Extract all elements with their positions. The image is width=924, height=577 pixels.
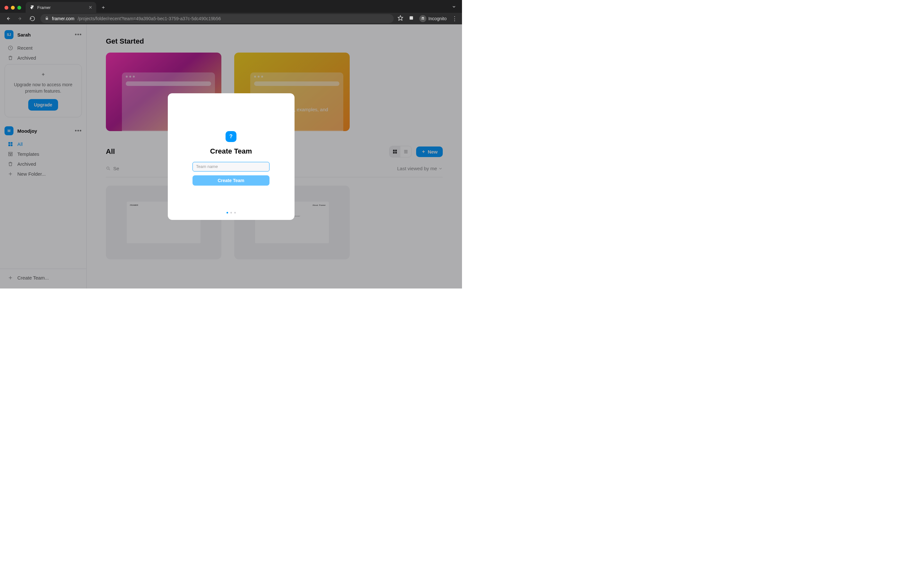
bookmark-button[interactable]	[397, 15, 403, 22]
tab-title: Framer	[37, 5, 51, 10]
url-input[interactable]: framer.com/projects/folder/recent?team=4…	[40, 14, 394, 23]
step-dot	[234, 212, 236, 213]
window-close-button[interactable]	[5, 6, 8, 10]
svg-point-5	[423, 18, 425, 19]
address-bar: framer.com/projects/folder/recent?team=4…	[0, 13, 462, 24]
tab-framer[interactable]: Framer ✕	[26, 2, 96, 13]
lock-icon	[45, 16, 49, 21]
team-name-input[interactable]	[192, 162, 270, 171]
url-path: /projects/folder/recent?team=49a390a5-be…	[78, 16, 221, 21]
window-minimize-button[interactable]	[11, 6, 15, 10]
svg-rect-3	[410, 16, 413, 20]
incognito-label: Incognito	[428, 16, 447, 21]
help-badge-icon: ?	[226, 131, 236, 142]
step-dot	[230, 212, 232, 213]
incognito-icon	[419, 15, 426, 22]
window-zoom-button[interactable]	[17, 6, 21, 10]
svg-point-4	[422, 18, 423, 19]
tab-close-button[interactable]: ✕	[89, 5, 92, 10]
nav-reload-button[interactable]	[28, 16, 37, 21]
incognito-indicator[interactable]: Incognito	[419, 15, 447, 22]
svg-marker-2	[398, 16, 403, 21]
modal-overlay[interactable]: ? Create Team Create Team	[0, 24, 462, 288]
nav-back-button[interactable]	[4, 16, 12, 21]
chrome-menu-button[interactable]: ⋮	[452, 15, 458, 22]
extensions-button[interactable]	[409, 15, 414, 22]
modal-title: Create Team	[210, 147, 252, 155]
step-dot	[226, 212, 228, 213]
nav-forward-button[interactable]	[16, 16, 24, 21]
create-team-submit-button[interactable]: Create Team	[192, 175, 270, 185]
modal-step-dots	[168, 212, 294, 213]
url-host: framer.com	[52, 16, 74, 21]
new-tab-button[interactable]: ＋	[99, 3, 108, 12]
framer-favicon	[29, 5, 35, 10]
tabs-dropdown-button[interactable]	[452, 5, 459, 13]
create-team-modal: ? Create Team Create Team	[168, 93, 294, 220]
tab-strip: Framer ✕ ＋	[0, 0, 462, 13]
window-controls	[3, 6, 23, 13]
browser-chrome: Framer ✕ ＋ framer.com/projects/folder/re…	[0, 0, 462, 24]
